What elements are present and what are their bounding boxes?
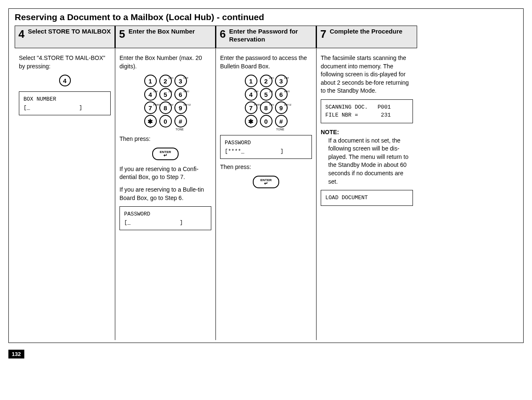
step-5-title: Enter the Box Number [128,28,195,36]
page-number: 132 [8,350,24,358]
key-8: 8TUV [159,101,172,114]
key-3: 3DEF [275,75,288,87]
page-frame: Reserving a Document to a Mailbox (Local… [8,8,524,343]
key-9: 9WXYZ [275,101,288,114]
step-7-number: 7 [320,29,326,39]
key-star: ✱ [245,115,257,127]
columns: 4 Select STORE TO MAILBOX Select "4.STOR… [15,26,517,340]
step-4-instruction: Select "4.STORE TO MAIL-BOX" by pressing… [19,54,111,70]
keypad-step5: 12ABC3DEF 4GHI5JKL6MNO 7PQRS8TUV9WXYZ ✱0… [119,75,211,131]
step-5-number: 5 [119,29,125,39]
enter-key-container: ENTER↵ [220,176,312,188]
key-1: 1 [245,75,257,87]
key-7: 7PQRS [144,101,157,114]
key-9: 9WXYZ [174,101,187,114]
key-0: 0 [159,115,172,127]
key-star: ✱ [144,115,157,127]
key-6: 6MNO [174,88,187,101]
page-title: Reserving a Document to a Mailbox (Local… [15,12,517,22]
key-5: 5JKL [260,88,272,101]
key-5: 5JKL [159,88,172,101]
step-5-instruction: Enter the Box Number (max. 20 digits). [119,54,211,70]
enter-key-icon: ENTER↵ [152,148,179,160]
keypad-step6: 12ABC3DEF 4GHI5JKL6MNO 7PQRS8TUV9WXYZ ✱0… [220,75,312,131]
key-7: 7PQRS [245,101,257,114]
enter-key-container: ENTER↵ [119,148,211,160]
step-4-column: 4 Select STORE TO MAILBOX Select "4.STOR… [15,26,115,340]
enter-key-icon: ENTER↵ [253,176,279,188]
key-6: 6MNO [275,88,288,101]
note-block: NOTE: If a document is not set, the foll… [321,128,413,186]
step-7-header: 7 Complete the Procedure [317,26,417,48]
key-4: 4GHI [245,88,257,101]
step-6-instruction: Enter the password to access the Bulleti… [220,54,312,70]
lcd-box-number: BOX NUMBER [_ ] [19,91,111,115]
step-5-header: 5 Enter the Box Number [115,26,215,48]
step-5-column: 5 Enter the Box Number Enter the Box Num… [115,26,216,340]
step-4-number: 4 [18,29,24,39]
tone-label: TONE [148,128,211,131]
lcd-password-entered: PASSWORD [****_ ] [220,135,312,159]
step-5-then: Then press: [119,135,211,143]
step-6-header: 6 Enter the Password for Reservation [216,26,316,48]
key-hash: # [174,115,187,127]
step-4-header: 4 Select STORE TO MAILBOX [15,26,115,48]
key-4-button: 4 [19,75,111,86]
lcd-scanning: SCANNING DOC. P001 FILE NBR = 231 [321,99,413,123]
step-6-column: 6 Enter the Password for Reservation Ent… [216,26,317,340]
step-4-title: Select STORE TO MAILBOX [28,28,111,36]
key-0: 0 [260,115,272,127]
note-label: NOTE: [321,128,413,137]
step-5-note-bulletin: If you are reserving to a Bulle-tin Boar… [119,186,211,202]
key-hash: # [275,115,288,127]
step-7-instruction: The facsimile starts scanning the docume… [321,54,413,95]
step-6-number: 6 [220,29,226,39]
step-6-then: Then press: [220,163,312,171]
key-4: 4GHI [144,88,157,101]
key-2: 2ABC [159,75,172,87]
tone-label: TONE [249,128,312,131]
step-6-title: Enter the Password for Reservation [229,28,312,44]
step-7-title: Complete the Procedure [330,28,402,36]
step-5-note-confidential: If you are reserving to a Confi-dential … [119,165,211,182]
note-body: If a document is not set, the following … [321,137,413,186]
key-3: 3DEF [174,75,187,87]
lcd-password-empty: PASSWORD [_ ] [119,206,211,230]
step-7-column: 7 Complete the Procedure The facsimile s… [317,26,417,340]
digit-4-key: 4 [59,75,71,86]
key-8: 8TUV [260,101,272,114]
key-2: 2ABC [260,75,272,87]
key-1: 1 [144,75,157,87]
lcd-load-document: LOAD DOCUMENT [321,190,413,206]
